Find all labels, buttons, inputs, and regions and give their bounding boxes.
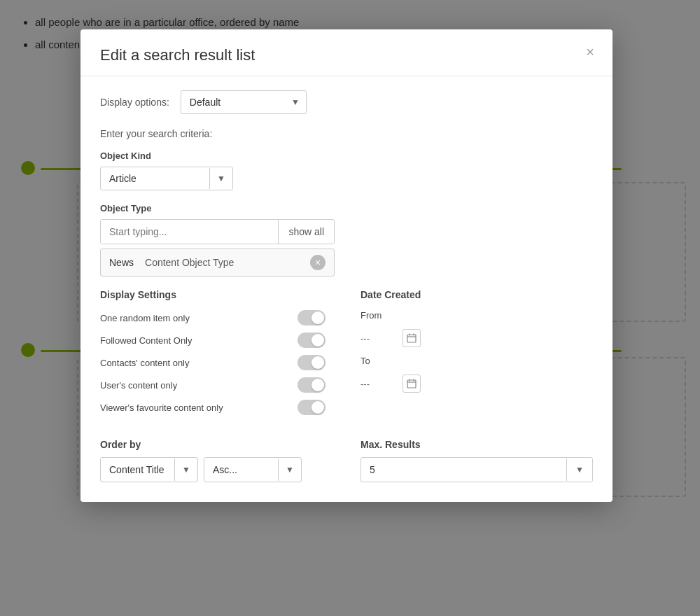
date-from-value: --- (360, 333, 396, 344)
object-kind-label: Object Kind (100, 150, 593, 161)
toggle-row-4: Viewer's favourite content only (100, 400, 332, 415)
display-options-select[interactable]: Default (181, 90, 307, 114)
toggle-label-2: Contacts' content only (100, 358, 190, 368)
order-section: Order by Content Title ▼ Asc... ▼ Max. R… (100, 439, 593, 482)
date-to-value-row: --- (360, 374, 593, 393)
object-type-tag: News Content Object Type × (100, 248, 335, 276)
object-type-input[interactable] (101, 220, 278, 244)
display-settings-heading: Display Settings (100, 289, 332, 300)
object-type-group: Object Type show all News Content Object… (100, 203, 593, 276)
toggle-4[interactable] (298, 400, 326, 415)
show-all-button[interactable]: show all (278, 220, 334, 244)
modal-header: Edit a search result list × (80, 29, 612, 76)
settings-date-columns: Display Settings One random item only Fo… (100, 289, 593, 422)
order-by-select[interactable]: Content Title ▼ (100, 457, 198, 482)
order-direction-select[interactable]: Asc... ▼ (204, 457, 302, 482)
object-kind-arrow-icon: ▼ (209, 168, 232, 189)
toggle-2[interactable] (298, 355, 326, 370)
date-created-heading: Date Created (360, 289, 593, 300)
modal-title: Edit a search result list (100, 46, 255, 64)
date-created-col: Date Created From --- (360, 289, 593, 422)
date-to-value: --- (360, 379, 396, 389)
order-direction-value: Asc... (204, 458, 278, 482)
svg-rect-4 (407, 380, 416, 388)
object-kind-group: Object Kind Article ▼ (100, 150, 593, 190)
toggle-0[interactable] (298, 310, 326, 326)
date-from-label: From (360, 310, 382, 321)
toggle-label-3: User's content only (100, 380, 177, 391)
max-results-arrow-icon: ▼ (566, 458, 592, 481)
toggle-3[interactable] (298, 377, 326, 393)
order-by-value: Content Title (101, 458, 174, 482)
date-from-value-row: --- (360, 329, 593, 347)
object-type-label: Object Type (100, 203, 593, 214)
order-by-col: Order by Content Title ▼ Asc... ▼ (100, 439, 332, 482)
date-from-calendar-icon[interactable] (402, 329, 421, 347)
order-selects: Content Title ▼ Asc... ▼ (100, 457, 332, 482)
tag-type-label: Content Object Type (145, 257, 310, 268)
max-results-col: Max. Results 5 ▼ (360, 439, 593, 482)
date-to-row: To (360, 356, 593, 366)
tag-remove-button[interactable]: × (310, 255, 326, 270)
toggle-row-1: Followed Content Only (100, 332, 332, 348)
search-criteria-label: Enter your search criteria: (100, 128, 593, 139)
toggle-label-1: Followed Content Only (100, 335, 192, 346)
order-by-arrow-icon: ▼ (174, 458, 197, 481)
order-direction-arrow-icon: ▼ (278, 458, 301, 481)
display-options-select-wrapper: Default ▼ (181, 90, 307, 114)
object-type-input-row: show all (100, 219, 335, 244)
edit-modal: Edit a search result list × Display opti… (80, 29, 612, 502)
date-to-calendar-icon[interactable] (402, 374, 421, 393)
order-by-heading: Order by (100, 439, 332, 450)
max-results-select[interactable]: 5 ▼ (360, 457, 593, 482)
max-results-heading: Max. Results (360, 439, 593, 450)
toggle-row-0: One random item only (100, 310, 332, 326)
tag-kind-label: News (109, 257, 134, 268)
max-results-value: 5 (361, 458, 566, 482)
toggle-label-0: One random item only (100, 313, 190, 323)
object-kind-select[interactable]: Article ▼ (100, 167, 233, 190)
display-options-row: Display options: Default ▼ (100, 90, 593, 114)
object-kind-value: Article (101, 167, 209, 190)
display-options-label: Display options: (100, 97, 169, 108)
display-settings-col: Display Settings One random item only Fo… (100, 289, 332, 422)
toggle-label-4: Viewer's favourite content only (100, 402, 223, 413)
toggle-row-2: Contacts' content only (100, 355, 332, 370)
date-from-row: From (360, 310, 593, 321)
toggle-row-3: User's content only (100, 377, 332, 393)
date-to-label: To (360, 356, 382, 366)
modal-body: Display options: Default ▼ Enter your se… (80, 76, 612, 502)
toggle-1[interactable] (298, 332, 326, 348)
svg-rect-0 (407, 335, 416, 342)
modal-close-button[interactable]: × (582, 43, 598, 60)
